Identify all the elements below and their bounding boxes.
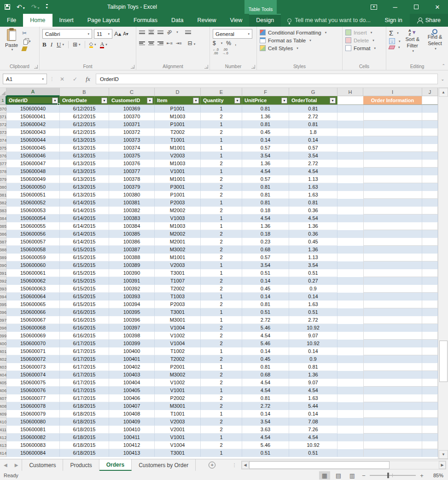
table-header-cell[interactable]: Item▼ bbox=[155, 96, 201, 104]
order-information-header[interactable]: Order Information bbox=[363, 96, 422, 104]
cell[interactable]: 100404 bbox=[109, 379, 155, 387]
cell[interactable] bbox=[337, 191, 363, 199]
cell[interactable]: 100374 bbox=[109, 144, 155, 152]
cell[interactable]: 6/13/2015 bbox=[60, 168, 109, 175]
cell[interactable] bbox=[422, 332, 438, 340]
cell[interactable]: 6/15/2015 bbox=[60, 301, 109, 308]
cell[interactable]: 6/13/2015 bbox=[60, 175, 109, 183]
cell[interactable]: 100377 bbox=[109, 168, 155, 175]
cell[interactable]: 150600053 bbox=[6, 207, 60, 214]
cell[interactable]: 100407 bbox=[109, 402, 155, 410]
cell[interactable]: 100375 bbox=[109, 152, 155, 160]
cell[interactable] bbox=[337, 175, 363, 183]
cell[interactable]: 100388 bbox=[109, 254, 155, 261]
cell[interactable] bbox=[422, 418, 438, 426]
align-center-button[interactable] bbox=[148, 41, 154, 46]
cancel-entry-icon[interactable]: ✕ bbox=[57, 76, 67, 82]
cell[interactable]: 2.72 bbox=[289, 316, 337, 324]
cell[interactable]: 100409 bbox=[109, 418, 155, 426]
cell[interactable] bbox=[363, 293, 422, 301]
table-header-cell[interactable]: OrderTotal▼ bbox=[289, 96, 337, 104]
cell[interactable] bbox=[422, 128, 438, 136]
cell[interactable]: 0.81 bbox=[289, 105, 337, 113]
underline-button[interactable]: U bbox=[57, 41, 61, 48]
cell[interactable]: 2 bbox=[201, 340, 242, 347]
cell[interactable] bbox=[337, 230, 363, 238]
cell[interactable]: M2001 bbox=[155, 238, 201, 246]
cell[interactable] bbox=[337, 308, 363, 316]
cell[interactable]: 6/15/2015 bbox=[60, 246, 109, 254]
sheet-nav-prev-icon[interactable]: ◀ bbox=[0, 459, 11, 471]
filter-dropdown-icon[interactable]: ▼ bbox=[193, 98, 199, 104]
cell[interactable]: P2001 bbox=[155, 363, 201, 371]
cell[interactable] bbox=[337, 434, 363, 441]
cell[interactable]: 1.63 bbox=[289, 301, 337, 308]
number-format-select[interactable]: General▾ bbox=[213, 29, 252, 39]
cell[interactable]: 6/18/2015 bbox=[60, 441, 109, 449]
cell[interactable]: M3001 bbox=[155, 316, 201, 324]
cell[interactable] bbox=[337, 340, 363, 347]
cell[interactable]: 6/13/2015 bbox=[60, 152, 109, 160]
cell[interactable]: 6/14/2015 bbox=[60, 199, 109, 207]
row-header-402[interactable]: 402 bbox=[0, 355, 6, 363]
cell[interactable] bbox=[337, 285, 363, 293]
cell[interactable]: 150600071 bbox=[6, 347, 60, 355]
cell[interactable]: 2 bbox=[201, 160, 242, 168]
cell[interactable]: 0.51 bbox=[242, 269, 289, 277]
cell[interactable]: 6/17/2015 bbox=[60, 355, 109, 363]
cell[interactable] bbox=[422, 379, 438, 387]
cell[interactable]: 150600060 bbox=[6, 261, 60, 269]
cell[interactable] bbox=[337, 301, 363, 308]
cell[interactable]: 6/13/2015 bbox=[60, 191, 109, 199]
cell[interactable]: 2 bbox=[201, 183, 242, 191]
cell[interactable]: 150600063 bbox=[6, 285, 60, 293]
ribbon-display-options-icon[interactable] bbox=[363, 0, 384, 14]
cell[interactable]: M3001 bbox=[155, 402, 201, 410]
cell[interactable]: 0.14 bbox=[289, 136, 337, 144]
cell[interactable]: 0.81 bbox=[242, 301, 289, 308]
cell[interactable]: 2 bbox=[201, 355, 242, 363]
cell[interactable] bbox=[337, 128, 363, 136]
cell[interactable]: 1 bbox=[201, 269, 242, 277]
accounting-format-button[interactable]: $ bbox=[213, 40, 216, 46]
cell[interactable]: 0.9 bbox=[289, 285, 337, 293]
cell[interactable]: 0.36 bbox=[289, 230, 337, 238]
cell[interactable]: 1.36 bbox=[242, 222, 289, 230]
horizontal-scroll-thumb[interactable] bbox=[249, 461, 390, 469]
copy-icon[interactable] bbox=[23, 40, 28, 45]
column-header-E[interactable]: E bbox=[201, 88, 242, 96]
cell[interactable]: 9.07 bbox=[289, 332, 337, 340]
cell[interactable] bbox=[337, 214, 363, 222]
cell[interactable] bbox=[363, 340, 422, 347]
cell[interactable] bbox=[363, 121, 422, 128]
cell[interactable] bbox=[422, 152, 438, 160]
cell[interactable]: 0.81 bbox=[289, 199, 337, 207]
cell[interactable] bbox=[422, 238, 438, 246]
cell[interactable]: 0.45 bbox=[289, 238, 337, 246]
row-header-408[interactable]: 408 bbox=[0, 402, 6, 410]
cell[interactable]: T1003 bbox=[155, 293, 201, 301]
cell-styles-button[interactable]: Cell Styles▾ bbox=[260, 45, 339, 51]
cell[interactable]: 150600077 bbox=[6, 394, 60, 402]
cell[interactable] bbox=[363, 434, 422, 441]
row-header-414[interactable]: 414 bbox=[0, 449, 6, 457]
cell[interactable]: 2 bbox=[201, 238, 242, 246]
cell[interactable]: 100389 bbox=[109, 261, 155, 269]
cell[interactable]: 4.54 bbox=[289, 387, 337, 394]
row-header-377[interactable]: 377 bbox=[0, 160, 6, 168]
cell[interactable]: 150600058 bbox=[6, 246, 60, 254]
cell[interactable]: 150600054 bbox=[6, 214, 60, 222]
cell[interactable]: 1 bbox=[201, 121, 242, 128]
cell[interactable] bbox=[363, 230, 422, 238]
cell[interactable]: 3.54 bbox=[289, 152, 337, 160]
row-header-394[interactable]: 394 bbox=[0, 293, 6, 301]
cell[interactable]: 150600059 bbox=[6, 254, 60, 261]
row-header-400[interactable]: 400 bbox=[0, 340, 6, 347]
cell[interactable] bbox=[337, 441, 363, 449]
cell[interactable]: 150600048 bbox=[6, 168, 60, 175]
cell[interactable]: 1.63 bbox=[289, 394, 337, 402]
cell[interactable]: 1 bbox=[201, 410, 242, 418]
sheet-tab-customers-by-order[interactable]: Customers by Order bbox=[132, 459, 196, 471]
cell[interactable]: 100412 bbox=[109, 441, 155, 449]
cell[interactable] bbox=[363, 160, 422, 168]
